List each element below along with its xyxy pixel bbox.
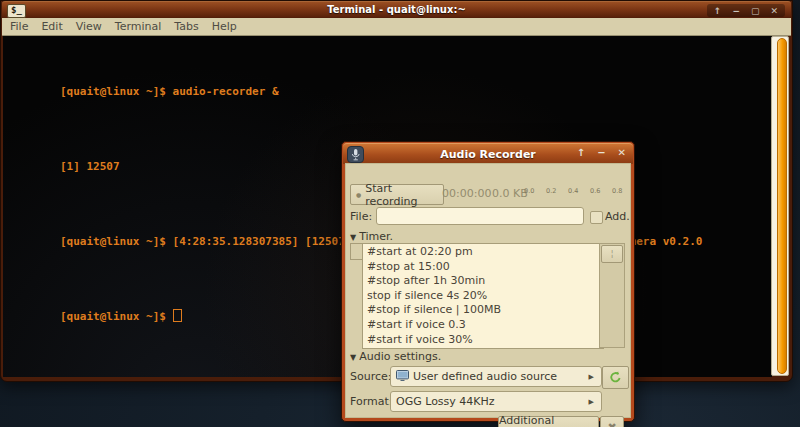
level-tick: 0.4 <box>568 187 578 195</box>
add-checkbox-label: Add. <box>605 210 630 223</box>
terminal-cursor <box>173 309 182 322</box>
chevron-down-icon: ▼ <box>350 233 356 242</box>
start-recording-button[interactable]: ● Start recording <box>350 184 444 205</box>
maximize-icon[interactable]: ▢ <box>751 6 760 16</box>
level-tick: 0.6 <box>590 187 600 195</box>
menu-help[interactable]: Help <box>212 20 237 33</box>
file-name-input[interactable] <box>376 207 584 225</box>
file-size: 0.0 KB <box>492 187 528 200</box>
timer-line: #stop if silence | 100MB <box>367 303 603 318</box>
menu-file[interactable]: File <box>10 20 28 33</box>
timer-line: stop if silence 4s 20% <box>367 289 603 304</box>
level-tick: 0.0 <box>524 187 534 195</box>
terminal-line: [quait@linux ~]$ audio-recorder & <box>7 69 772 114</box>
audio-recorder-window: Audio Recorder ↑ − ✕ ● Start recording 0… <box>341 141 635 422</box>
timer-scrollbar-track[interactable]: ¦ <box>599 243 625 348</box>
timer-line: #start if voice 30% <box>367 333 603 348</box>
level-tick: 0.8 <box>612 187 622 195</box>
shade-icon[interactable]: ↑ <box>577 147 585 158</box>
terminal-titlebar[interactable]: $_ Terminal - quait@linux:~ ↑ − ▢ ✕ <box>2 1 791 19</box>
menu-edit[interactable]: Edit <box>41 20 62 33</box>
terminal-scrollbar-thumb[interactable] <box>777 38 787 374</box>
terminal-window-controls: ↑ − ▢ ✕ <box>707 4 785 17</box>
format-value: OGG Lossy 44KHz <box>396 395 495 408</box>
format-label: Format: <box>350 395 392 408</box>
chevron-down-icon: ▼ <box>350 353 356 362</box>
refresh-icon <box>609 371 622 384</box>
close-icon[interactable]: ✕ <box>618 147 626 158</box>
timer-commands-textarea[interactable]: #start at 02:20 pm #stop at 15:00 #stop … <box>362 243 604 349</box>
menu-tabs[interactable]: Tabs <box>174 20 198 33</box>
recorder-titlebar[interactable]: Audio Recorder ↑ − ✕ <box>343 143 633 164</box>
source-combobox[interactable]: User defined audio source ▶ <box>390 366 602 387</box>
close-icon[interactable]: ✕ <box>770 6 778 16</box>
timer-scrollbar-thumb[interactable]: ¦ <box>601 245 623 263</box>
timer-line: #start at 02:20 pm <box>367 245 603 260</box>
minimize-icon[interactable]: − <box>597 147 605 158</box>
audio-settings-expander[interactable]: ▼Audio settings. <box>350 350 441 363</box>
source-label: Source: <box>350 370 392 383</box>
recorder-body: ● Start recording 00:00:00 0.0 KB 0.0 0.… <box>345 163 631 418</box>
combo-arrow-icon: ▶ <box>589 398 594 406</box>
timer-expander[interactable]: ▼Timer. <box>350 230 393 243</box>
start-recording-label: Start recording <box>365 182 443 208</box>
close-x-icon: ✖ <box>607 421 616 427</box>
record-dot-icon: ● <box>356 191 361 198</box>
timer-line: #stop after 1h 30min <box>367 274 603 289</box>
timer-line: #start if voice 0.3 <box>367 318 603 333</box>
minimize-icon[interactable]: − <box>732 6 740 16</box>
elapsed-time: 00:00:00 <box>442 187 491 200</box>
additional-settings-button[interactable]: Additional settings <box>498 416 599 427</box>
shade-icon[interactable]: ↑ <box>714 6 722 16</box>
source-value: User defined audio source <box>413 370 557 383</box>
audio-source-icon <box>396 370 409 384</box>
add-checkbox[interactable] <box>590 211 603 224</box>
format-combobox[interactable]: OGG Lossy 44KHz ▶ <box>390 391 602 412</box>
recorder-window-controls: ↑ − ✕ <box>577 147 626 158</box>
timer-line: #stop at 15:00 <box>367 260 603 275</box>
refresh-sources-button[interactable] <box>602 366 629 389</box>
terminal-scrollbar-track[interactable] <box>771 36 789 376</box>
menu-view[interactable]: View <box>76 20 102 33</box>
combo-arrow-icon: ▶ <box>589 373 594 381</box>
terminal-window-title: Terminal - quait@linux:~ <box>2 4 791 15</box>
terminal-menubar: File Edit View Terminal Tabs Help <box>2 18 791 36</box>
dialog-close-button[interactable]: ✖ <box>600 416 624 427</box>
menu-terminal[interactable]: Terminal <box>115 20 162 33</box>
level-tick: 0.2 <box>546 187 556 195</box>
file-label: File: <box>350 210 372 223</box>
desktop-background: $_ Terminal - quait@linux:~ ↑ − ▢ ✕ File… <box>0 0 800 427</box>
